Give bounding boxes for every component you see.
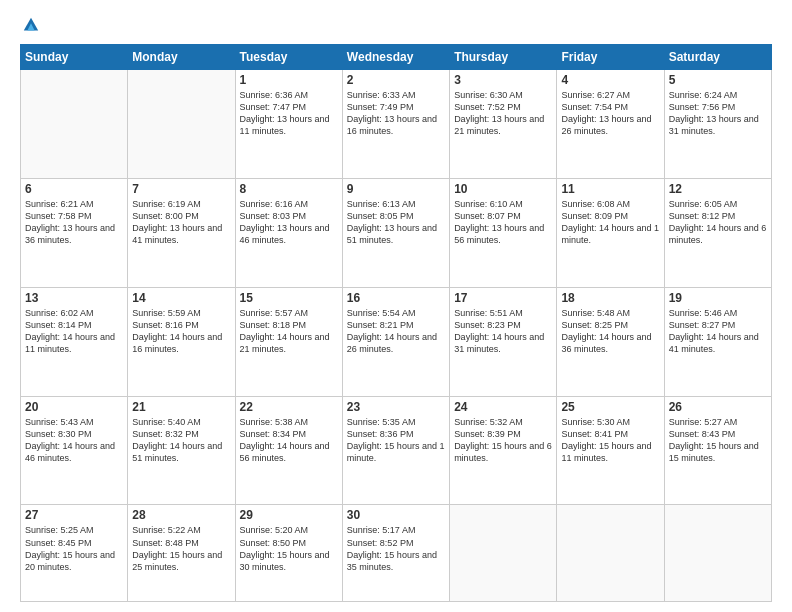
day-number: 18 — [561, 291, 659, 305]
day-info: Sunrise: 5:51 AM Sunset: 8:23 PM Dayligh… — [454, 307, 552, 356]
calendar-cell: 5Sunrise: 6:24 AM Sunset: 7:56 PM Daylig… — [664, 70, 771, 179]
calendar-cell: 3Sunrise: 6:30 AM Sunset: 7:52 PM Daylig… — [450, 70, 557, 179]
day-info: Sunrise: 5:35 AM Sunset: 8:36 PM Dayligh… — [347, 416, 445, 465]
day-number: 15 — [240, 291, 338, 305]
day-number: 27 — [25, 508, 123, 522]
day-info: Sunrise: 5:54 AM Sunset: 8:21 PM Dayligh… — [347, 307, 445, 356]
calendar-cell — [21, 70, 128, 179]
calendar-cell: 11Sunrise: 6:08 AM Sunset: 8:09 PM Dayli… — [557, 178, 664, 287]
day-info: Sunrise: 6:13 AM Sunset: 8:05 PM Dayligh… — [347, 198, 445, 247]
day-number: 2 — [347, 73, 445, 87]
day-number: 22 — [240, 400, 338, 414]
day-number: 5 — [669, 73, 767, 87]
calendar-cell: 25Sunrise: 5:30 AM Sunset: 8:41 PM Dayli… — [557, 396, 664, 505]
day-info: Sunrise: 5:43 AM Sunset: 8:30 PM Dayligh… — [25, 416, 123, 465]
day-info: Sunrise: 6:21 AM Sunset: 7:58 PM Dayligh… — [25, 198, 123, 247]
calendar-week-4: 20Sunrise: 5:43 AM Sunset: 8:30 PM Dayli… — [21, 396, 772, 505]
calendar-cell: 23Sunrise: 5:35 AM Sunset: 8:36 PM Dayli… — [342, 396, 449, 505]
calendar-cell: 20Sunrise: 5:43 AM Sunset: 8:30 PM Dayli… — [21, 396, 128, 505]
day-number: 10 — [454, 182, 552, 196]
calendar-cell: 26Sunrise: 5:27 AM Sunset: 8:43 PM Dayli… — [664, 396, 771, 505]
col-header-wednesday: Wednesday — [342, 45, 449, 70]
calendar-cell: 28Sunrise: 5:22 AM Sunset: 8:48 PM Dayli… — [128, 505, 235, 602]
calendar-cell: 14Sunrise: 5:59 AM Sunset: 8:16 PM Dayli… — [128, 287, 235, 396]
calendar-week-2: 6Sunrise: 6:21 AM Sunset: 7:58 PM Daylig… — [21, 178, 772, 287]
day-info: Sunrise: 6:10 AM Sunset: 8:07 PM Dayligh… — [454, 198, 552, 247]
calendar-cell: 1Sunrise: 6:36 AM Sunset: 7:47 PM Daylig… — [235, 70, 342, 179]
calendar-cell: 12Sunrise: 6:05 AM Sunset: 8:12 PM Dayli… — [664, 178, 771, 287]
day-info: Sunrise: 6:33 AM Sunset: 7:49 PM Dayligh… — [347, 89, 445, 138]
day-number: 23 — [347, 400, 445, 414]
col-header-monday: Monday — [128, 45, 235, 70]
day-number: 13 — [25, 291, 123, 305]
day-info: Sunrise: 5:30 AM Sunset: 8:41 PM Dayligh… — [561, 416, 659, 465]
day-info: Sunrise: 5:22 AM Sunset: 8:48 PM Dayligh… — [132, 524, 230, 573]
day-info: Sunrise: 6:19 AM Sunset: 8:00 PM Dayligh… — [132, 198, 230, 247]
day-number: 21 — [132, 400, 230, 414]
day-number: 29 — [240, 508, 338, 522]
calendar-cell — [450, 505, 557, 602]
day-number: 16 — [347, 291, 445, 305]
day-info: Sunrise: 6:02 AM Sunset: 8:14 PM Dayligh… — [25, 307, 123, 356]
header — [20, 16, 772, 34]
day-info: Sunrise: 5:59 AM Sunset: 8:16 PM Dayligh… — [132, 307, 230, 356]
calendar-cell: 24Sunrise: 5:32 AM Sunset: 8:39 PM Dayli… — [450, 396, 557, 505]
day-number: 25 — [561, 400, 659, 414]
page: SundayMondayTuesdayWednesdayThursdayFrid… — [0, 0, 792, 612]
logo-icon — [22, 16, 40, 34]
calendar-cell: 10Sunrise: 6:10 AM Sunset: 8:07 PM Dayli… — [450, 178, 557, 287]
calendar-cell: 22Sunrise: 5:38 AM Sunset: 8:34 PM Dayli… — [235, 396, 342, 505]
calendar-header-row: SundayMondayTuesdayWednesdayThursdayFrid… — [21, 45, 772, 70]
calendar-week-3: 13Sunrise: 6:02 AM Sunset: 8:14 PM Dayli… — [21, 287, 772, 396]
day-info: Sunrise: 6:16 AM Sunset: 8:03 PM Dayligh… — [240, 198, 338, 247]
day-info: Sunrise: 6:24 AM Sunset: 7:56 PM Dayligh… — [669, 89, 767, 138]
day-info: Sunrise: 5:46 AM Sunset: 8:27 PM Dayligh… — [669, 307, 767, 356]
day-number: 17 — [454, 291, 552, 305]
calendar-table: SundayMondayTuesdayWednesdayThursdayFrid… — [20, 44, 772, 602]
calendar-cell: 2Sunrise: 6:33 AM Sunset: 7:49 PM Daylig… — [342, 70, 449, 179]
day-number: 26 — [669, 400, 767, 414]
calendar-week-5: 27Sunrise: 5:25 AM Sunset: 8:45 PM Dayli… — [21, 505, 772, 602]
day-number: 9 — [347, 182, 445, 196]
calendar-cell — [557, 505, 664, 602]
calendar-cell: 8Sunrise: 6:16 AM Sunset: 8:03 PM Daylig… — [235, 178, 342, 287]
day-number: 12 — [669, 182, 767, 196]
calendar-cell: 17Sunrise: 5:51 AM Sunset: 8:23 PM Dayli… — [450, 287, 557, 396]
day-info: Sunrise: 5:38 AM Sunset: 8:34 PM Dayligh… — [240, 416, 338, 465]
col-header-tuesday: Tuesday — [235, 45, 342, 70]
day-number: 14 — [132, 291, 230, 305]
day-number: 19 — [669, 291, 767, 305]
calendar-cell: 13Sunrise: 6:02 AM Sunset: 8:14 PM Dayli… — [21, 287, 128, 396]
day-info: Sunrise: 6:36 AM Sunset: 7:47 PM Dayligh… — [240, 89, 338, 138]
day-number: 28 — [132, 508, 230, 522]
day-number: 3 — [454, 73, 552, 87]
day-info: Sunrise: 6:05 AM Sunset: 8:12 PM Dayligh… — [669, 198, 767, 247]
day-info: Sunrise: 5:40 AM Sunset: 8:32 PM Dayligh… — [132, 416, 230, 465]
calendar-cell: 9Sunrise: 6:13 AM Sunset: 8:05 PM Daylig… — [342, 178, 449, 287]
logo — [20, 16, 40, 34]
calendar-cell — [128, 70, 235, 179]
day-number: 7 — [132, 182, 230, 196]
day-info: Sunrise: 5:25 AM Sunset: 8:45 PM Dayligh… — [25, 524, 123, 573]
day-info: Sunrise: 5:32 AM Sunset: 8:39 PM Dayligh… — [454, 416, 552, 465]
calendar-week-1: 1Sunrise: 6:36 AM Sunset: 7:47 PM Daylig… — [21, 70, 772, 179]
day-info: Sunrise: 5:57 AM Sunset: 8:18 PM Dayligh… — [240, 307, 338, 356]
day-info: Sunrise: 6:27 AM Sunset: 7:54 PM Dayligh… — [561, 89, 659, 138]
calendar-cell: 27Sunrise: 5:25 AM Sunset: 8:45 PM Dayli… — [21, 505, 128, 602]
calendar-cell: 16Sunrise: 5:54 AM Sunset: 8:21 PM Dayli… — [342, 287, 449, 396]
day-info: Sunrise: 5:27 AM Sunset: 8:43 PM Dayligh… — [669, 416, 767, 465]
day-number: 20 — [25, 400, 123, 414]
day-number: 11 — [561, 182, 659, 196]
day-number: 30 — [347, 508, 445, 522]
day-number: 1 — [240, 73, 338, 87]
calendar-cell: 30Sunrise: 5:17 AM Sunset: 8:52 PM Dayli… — [342, 505, 449, 602]
calendar-cell: 18Sunrise: 5:48 AM Sunset: 8:25 PM Dayli… — [557, 287, 664, 396]
calendar-cell — [664, 505, 771, 602]
day-number: 24 — [454, 400, 552, 414]
col-header-thursday: Thursday — [450, 45, 557, 70]
day-info: Sunrise: 5:48 AM Sunset: 8:25 PM Dayligh… — [561, 307, 659, 356]
col-header-friday: Friday — [557, 45, 664, 70]
day-info: Sunrise: 6:08 AM Sunset: 8:09 PM Dayligh… — [561, 198, 659, 247]
day-number: 6 — [25, 182, 123, 196]
day-info: Sunrise: 5:20 AM Sunset: 8:50 PM Dayligh… — [240, 524, 338, 573]
